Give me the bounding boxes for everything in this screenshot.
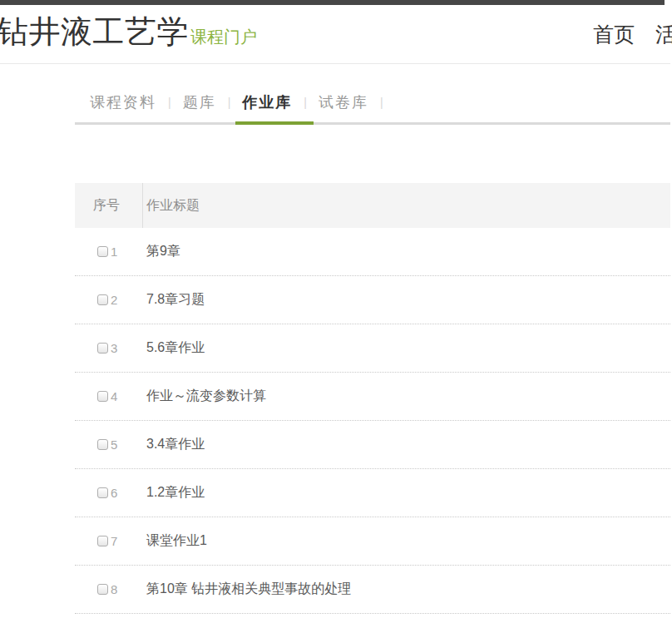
row-index-cell: 6 [75, 486, 142, 500]
assignment-title[interactable]: 作业～流变参数计算 [142, 388, 266, 405]
row-index-cell: 8 [75, 582, 142, 596]
row-index: 4 [111, 389, 117, 403]
table-row: 8第10章 钻井液相关典型事故的处理 [75, 566, 670, 614]
row-checkbox[interactable] [97, 391, 108, 402]
tab-1[interactable]: 题库 [183, 92, 216, 112]
assignment-title[interactable]: 第9章 [142, 243, 180, 260]
course-title-group: 钻井液工艺学 课程门户 [0, 13, 257, 50]
assignment-title[interactable]: 1.2章作业 [142, 484, 205, 502]
assignment-title[interactable]: 7.8章习题 [142, 291, 205, 309]
tab-bar: 课程资料|题库|作业库|试卷库| [90, 86, 395, 119]
row-checkbox[interactable] [97, 439, 108, 450]
tab-separator: | [228, 96, 231, 109]
tab-3[interactable]: 试卷库 [319, 92, 368, 112]
row-checkbox[interactable] [97, 246, 108, 257]
table-header-row: 序号 作业标题 [75, 183, 670, 228]
assignment-title[interactable]: 课堂作业1 [142, 532, 207, 550]
table-row: 7课堂作业1 [75, 517, 670, 566]
column-header-title: 作业标题 [142, 197, 200, 215]
table-row: 4作业～流变参数计算 [75, 373, 670, 421]
row-index-cell: 2 [75, 293, 142, 307]
page-subtitle: 课程门户 [190, 26, 257, 48]
row-index-cell: 1 [75, 245, 142, 259]
assignment-table: 序号 作业标题 1第9章27.8章习题35.6章作业4作业～流变参数计算53.4… [75, 183, 670, 614]
row-index: 5 [111, 438, 117, 452]
table-row: 35.6章作业 [75, 324, 670, 373]
row-index: 3 [111, 341, 117, 355]
tab-separator: | [168, 96, 171, 109]
row-index: 6 [111, 486, 117, 500]
assignment-title[interactable]: 3.4章作业 [142, 436, 205, 453]
top-bar [0, 0, 665, 5]
tab-2[interactable]: 作业库 [242, 92, 292, 112]
row-checkbox[interactable] [97, 294, 108, 305]
tab-active-underline [235, 121, 314, 125]
row-index: 2 [111, 293, 117, 307]
assignment-title[interactable]: 5.6章作业 [142, 339, 205, 357]
row-checkbox[interactable] [97, 536, 108, 546]
row-index-cell: 7 [75, 534, 142, 548]
header-divider [0, 63, 670, 64]
row-index-cell: 5 [75, 438, 142, 452]
assignment-title[interactable]: 第10章 钻井液相关典型事故的处理 [142, 581, 351, 598]
table-row: 61.2章作业 [75, 469, 670, 517]
table-row: 1第9章 [75, 228, 670, 276]
row-index: 7 [111, 534, 117, 548]
nav-item-1[interactable]: 活 [655, 21, 672, 48]
tab-separator: | [304, 96, 307, 109]
row-checkbox[interactable] [97, 343, 108, 353]
row-checkbox[interactable] [97, 487, 108, 498]
table-row: 27.8章习题 [75, 276, 670, 324]
row-index: 1 [111, 245, 117, 259]
tab-underline-track [75, 122, 670, 125]
nav-item-0[interactable]: 首页 [593, 21, 635, 48]
tab-0[interactable]: 课程资料 [90, 92, 156, 112]
table-body: 1第9章27.8章习题35.6章作业4作业～流变参数计算53.4章作业61.2章… [75, 228, 670, 614]
table-row: 53.4章作业 [75, 421, 670, 469]
main-nav: 首页活 [593, 21, 672, 48]
tab-separator: | [380, 96, 383, 109]
column-header-index: 序号 [75, 197, 142, 215]
row-index: 8 [111, 582, 117, 596]
row-checkbox[interactable] [97, 584, 108, 595]
row-index-cell: 4 [75, 389, 142, 403]
row-index-cell: 3 [75, 341, 142, 355]
page-title: 钻井液工艺学 [0, 13, 189, 50]
